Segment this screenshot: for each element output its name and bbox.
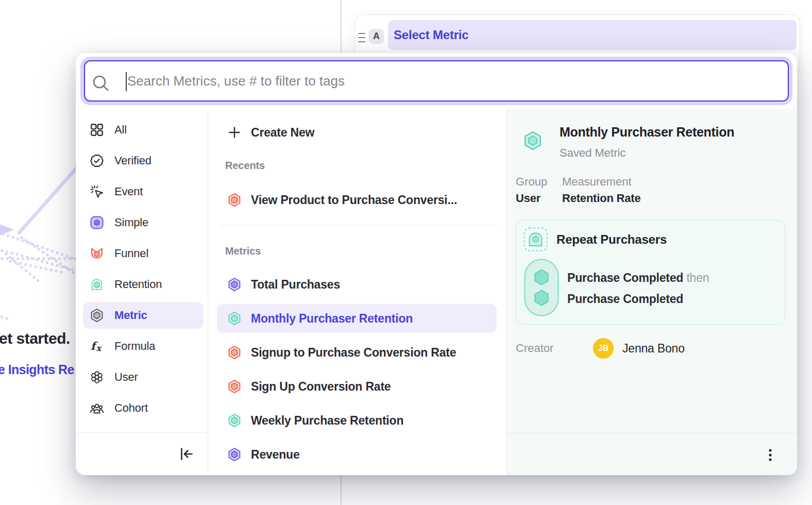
- search-input[interactable]: [85, 61, 788, 100]
- drag-handle-icon[interactable]: [358, 33, 365, 42]
- create-new-button[interactable]: Create New: [217, 118, 497, 147]
- sidebar-item-label: Simple: [114, 216, 148, 229]
- verified-seal-icon: [90, 154, 104, 168]
- more-options-button[interactable]: [763, 447, 778, 463]
- detail-subtitle: Saved Metric: [560, 146, 625, 160]
- property-label-group: Group: [516, 175, 547, 189]
- retention-steps-pill: [524, 259, 559, 316]
- sidebar-footer-divider: [76, 432, 208, 433]
- create-new-label: Create New: [251, 126, 314, 140]
- user-cluster-icon: [90, 370, 104, 384]
- background-illustration: [0, 162, 88, 338]
- background-link-fragment[interactable]: e Insights Re: [0, 362, 74, 377]
- select-metric-pill[interactable]: Select Metric: [388, 20, 797, 50]
- kebab-menu-icon: [763, 447, 778, 463]
- cohort-people-icon: [90, 401, 104, 415]
- simple-metric-icon: [227, 277, 242, 292]
- sidebar-item-label: Cohort: [114, 401, 148, 415]
- list-item-metric-0[interactable]: Total Purchases: [217, 270, 497, 299]
- list-item-label: Weekly Purchase Retention: [251, 414, 403, 428]
- detail-title: Monthly Purchaser Retention: [560, 125, 734, 140]
- metrics-list: Create New Recents View Product to Purch…: [208, 109, 507, 475]
- funnel-metric-icon: [227, 345, 242, 360]
- sidebar-item-formula[interactable]: f x Formula: [83, 333, 204, 360]
- retention-metric-icon: [227, 311, 242, 326]
- list-item-label: View Product to Purchase Conversi...: [251, 193, 457, 207]
- list-item-label: Monthly Purchaser Retention: [251, 312, 413, 326]
- metric-picker-modal: All Verified: [76, 53, 797, 475]
- sidebar-item-label: User: [114, 371, 138, 384]
- list-item-label: Sign Up Conversion Rate: [251, 380, 391, 394]
- step-suffix: then: [686, 271, 709, 284]
- event-cursor-icon: [90, 184, 104, 199]
- list-item-label: Total Purchases: [251, 278, 340, 292]
- collapse-left-icon: [179, 446, 194, 462]
- svg-text:x: x: [96, 343, 103, 353]
- sidebar-item-label: Funnel: [114, 247, 148, 260]
- sidebar-item-user[interactable]: User: [83, 364, 204, 391]
- list-item-label: Revenue: [251, 448, 299, 462]
- property-label-measurement: Measurement: [562, 175, 632, 189]
- sidebar-item-retention[interactable]: Retention: [83, 271, 204, 298]
- sidebar-item-label: Formula: [114, 340, 155, 353]
- detail-footer-divider: [507, 433, 797, 433]
- modal-body: All Verified: [76, 109, 797, 475]
- series-letter-badge: A: [369, 29, 384, 44]
- definition-name: Repeat Purchasers: [556, 232, 667, 247]
- list-item-metric-4[interactable]: Weekly Purchase Retention: [217, 406, 497, 435]
- section-label-metrics: Metrics: [225, 245, 261, 257]
- grid-icon: [90, 123, 104, 137]
- sidebar-item-label: Verified: [114, 154, 151, 167]
- sidebar-item-event[interactable]: Event: [83, 178, 204, 205]
- funnel-metric-icon: [227, 193, 242, 207]
- sidebar-item-label: Event: [114, 185, 143, 198]
- list-item-label: Signup to Purchase Conversion Rate: [251, 346, 456, 360]
- plus-icon: [228, 126, 241, 139]
- list-item-metric-5[interactable]: Revenue: [217, 440, 497, 469]
- retention-metric-icon: [227, 413, 242, 428]
- creator-name: Jenna Bono: [622, 342, 685, 356]
- background-headline-fragment: et started.: [0, 330, 70, 347]
- search-box: [84, 60, 789, 102]
- list-item-metric-1[interactable]: Monthly Purchaser Retention: [217, 304, 497, 333]
- definition-step: Purchase Completed: [567, 292, 683, 306]
- sidebar-item-label: All: [114, 123, 127, 137]
- retention-metric-icon: [523, 131, 543, 150]
- sidebar-item-all[interactable]: All: [83, 116, 204, 143]
- retention-category-icon: [90, 277, 104, 292]
- list-section-divider: [220, 225, 497, 225]
- step-event-name: Purchase Completed: [567, 292, 683, 306]
- sidebar-item-label: Metric: [114, 309, 147, 322]
- sidebar-item-verified[interactable]: Verified: [83, 147, 204, 174]
- simple-metric-icon: [90, 215, 104, 230]
- sidebar-item-simple[interactable]: Simple: [83, 209, 204, 236]
- collapse-sidebar-button[interactable]: [179, 446, 194, 462]
- metric-detail-panel: Monthly Purchaser Retention Saved Metric…: [507, 109, 797, 475]
- funnel-metric-icon: [227, 379, 242, 394]
- select-metric-label: Select Metric: [394, 28, 468, 42]
- list-item-metric-3[interactable]: Sign Up Conversion Rate: [217, 372, 497, 401]
- property-value-measurement: Retention Rate: [562, 192, 640, 205]
- sidebar-item-cohort[interactable]: Cohort: [83, 395, 204, 422]
- sidebar-item-funnel[interactable]: Funnel: [83, 240, 204, 267]
- sidebar-item-label: Retention: [114, 278, 162, 291]
- list-item-recent-0[interactable]: View Product to Purchase Conversi...: [217, 186, 497, 214]
- list-item-metric-2[interactable]: Signup to Purchase Conversion Rate: [217, 338, 497, 367]
- step-event-name: Purchase Completed: [567, 271, 683, 284]
- property-value-group: User: [516, 192, 540, 205]
- sidebar-item-metric[interactable]: Metric: [83, 302, 204, 329]
- simple-metric-icon: [227, 447, 242, 462]
- section-label-recents: Recents: [225, 160, 265, 172]
- retention-definition-icon: [523, 227, 548, 251]
- creator-avatar: JB: [593, 338, 614, 359]
- metric-definition-card: Repeat Purchasers Purchase Completed the…: [516, 220, 785, 325]
- creator-label: Creator: [516, 342, 553, 355]
- definition-step: Purchase Completed then: [567, 271, 709, 285]
- funnel-category-icon: [90, 246, 104, 261]
- metric-hexagon-icon: [90, 308, 104, 323]
- category-sidebar: All Verified: [76, 109, 208, 475]
- formula-fx-icon: f x: [90, 339, 104, 354]
